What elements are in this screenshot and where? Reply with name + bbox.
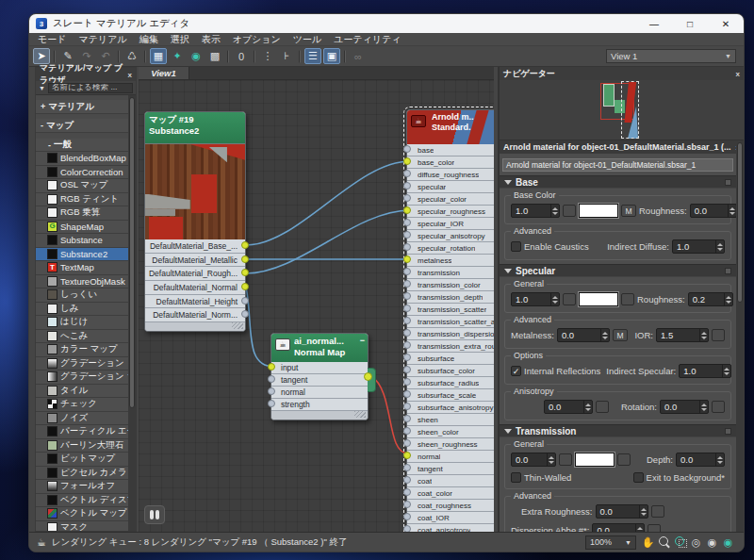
input-slot[interactable]: subsurface [407,353,494,365]
output-port[interactable] [241,241,249,249]
input-slot[interactable]: strength [271,399,368,411]
specular-weight-map-button[interactable] [563,293,576,305]
internal-reflections-checkbox[interactable]: ✓ [511,366,521,376]
input-port[interactable] [403,525,411,532]
input-slot[interactable]: tangent [407,463,494,475]
arnold-material-node[interactable]: ☕ Arnold m... Standard... base [406,109,494,532]
tree-item[interactable]: マスク [36,521,128,532]
tree-item[interactable]: Substance2 [36,248,128,262]
specular-color-map-button[interactable] [621,293,634,305]
output-port[interactable] [241,255,249,263]
toolbar-separator[interactable] [144,50,146,63]
tree-item[interactable]: タイル [36,385,128,399]
tree-item[interactable]: しみ [36,303,128,317]
tree-item[interactable]: フォールオフ [36,480,128,494]
input-port[interactable] [403,415,411,422]
enable-caustics-checkbox[interactable] [511,241,521,252]
tree-item[interactable]: ベクトル ディスプレイ ... [36,494,128,508]
input-slot[interactable]: transmission_dispersion [407,328,494,340]
zoom-region-icon[interactable] [672,535,688,550]
tree-item[interactable]: - マップ [36,119,128,133]
input-port[interactable] [403,317,411,324]
input-port[interactable] [403,476,411,484]
input-slot[interactable]: input [271,362,368,374]
input-port[interactable] [403,366,411,373]
input-slot[interactable]: specular_rotation [407,242,494,255]
input-port[interactable] [403,427,411,435]
tree-item[interactable]: RGB 乗算 [36,206,128,221]
show-background-icon[interactable]: ▩ [206,48,223,64]
search-input[interactable]: 名前による検索 ... [48,83,133,93]
transmission-color-map-button[interactable] [617,453,631,466]
output-port[interactable] [364,372,372,381]
zoom-extents-all-icon[interactable]: ◉ [704,535,720,550]
expander-icon[interactable]: - [41,121,43,130]
tree-item[interactable]: G ShapeMap [36,221,128,235]
extra-roughness-map-button[interactable] [651,505,664,518]
input-slot[interactable]: coat_color [407,487,494,500]
tree-item[interactable]: + マテリアル [36,100,128,114]
input-slot[interactable]: sheen_roughness [407,438,494,451]
view-selector-dropdown[interactable]: View 1 ▼ [606,49,736,63]
zero-values-icon[interactable]: 0 [233,48,250,64]
input-slot[interactable]: transmission [407,267,494,279]
input-port[interactable] [403,329,411,337]
zoom-selected-icon[interactable]: ◉ [720,535,736,550]
output-slot[interactable]: DefaultMaterial_Metallic [145,254,245,268]
scrollbar-thumb[interactable] [129,97,135,408]
rollout-transmission[interactable]: Transmission [500,424,736,437]
dispersion-abbe-map-button[interactable] [647,524,661,532]
toolbar-separator[interactable] [254,50,255,63]
substance2-node[interactable]: マップ #19 Substance2 DefaultMaterial_Base_… [144,111,246,332]
zoom-level-dropdown[interactable]: 100% ▼ [585,535,636,550]
input-slot[interactable]: transmission_scatter_an [407,316,494,328]
tree-item[interactable]: パーティクル エージ [36,425,128,439]
toolbar-separator[interactable] [344,50,346,63]
input-port[interactable] [403,231,411,239]
tree-item[interactable]: - 一般 [36,139,128,152]
menu-item[interactable]: 選択 [171,33,189,46]
menu-item[interactable]: ツール [293,33,321,46]
collapse-icon[interactable]: − [360,336,365,345]
input-port[interactable] [403,206,411,214]
menu-item[interactable]: ユーティリティ [334,33,401,46]
specular-color-swatch[interactable] [579,292,618,306]
menu-item[interactable]: 表示 [202,33,221,46]
scrollbar-thumb[interactable] [737,142,743,303]
output-slot[interactable]: DefaultMaterial_Height [145,295,245,309]
toolbar-separator[interactable] [299,50,301,63]
transmission-weight-map-button[interactable] [559,453,572,466]
indirect-diffuse-spinner[interactable]: 1.0 [672,239,725,254]
input-port[interactable] [403,390,411,398]
material-bottle-icon[interactable]: ✦ [169,48,186,64]
normal-map-node[interactable]: ☕ − ai_normal... Normal Map input [270,333,369,420]
base-roughness-spinner[interactable]: 0.0 [690,204,736,218]
input-port[interactable] [268,387,275,395]
input-port[interactable] [403,501,411,508]
input-port[interactable] [403,341,411,349]
rotation-spinner[interactable]: 0.0 [660,400,709,414]
tree-item[interactable]: グラデーション ランプ [36,371,128,385]
input-port[interactable] [403,243,411,251]
input-port[interactable] [403,354,411,361]
input-port[interactable] [403,268,411,275]
node-resize-grip[interactable] [271,411,368,420]
tree-item[interactable]: パーリン大理石 [36,439,128,453]
expander-icon[interactable]: + [41,102,45,111]
menu-item[interactable]: マテリアル [78,33,126,46]
output-slot[interactable]: DefaultMaterial_Norm... [145,308,245,322]
input-port[interactable] [403,182,411,189]
tree-item[interactable]: はじけ [36,316,128,330]
zoom-extents-icon[interactable]: ◎ [688,535,704,550]
dispersion-abbe-spinner[interactable]: 0.0 [592,523,645,532]
input-port[interactable] [403,452,411,459]
input-slot[interactable]: coat_IOR [407,512,494,524]
input-slot[interactable]: normal [271,387,368,399]
chevron-down-icon[interactable]: ▼ [39,85,45,91]
tree-item[interactable]: チェック [36,398,128,412]
menu-item[interactable]: オプション [233,33,281,46]
input-slot[interactable]: base [407,144,494,156]
input-port[interactable] [403,464,411,471]
close-button[interactable]: ✕ [708,14,744,33]
input-slot[interactable]: metalness [407,255,494,267]
